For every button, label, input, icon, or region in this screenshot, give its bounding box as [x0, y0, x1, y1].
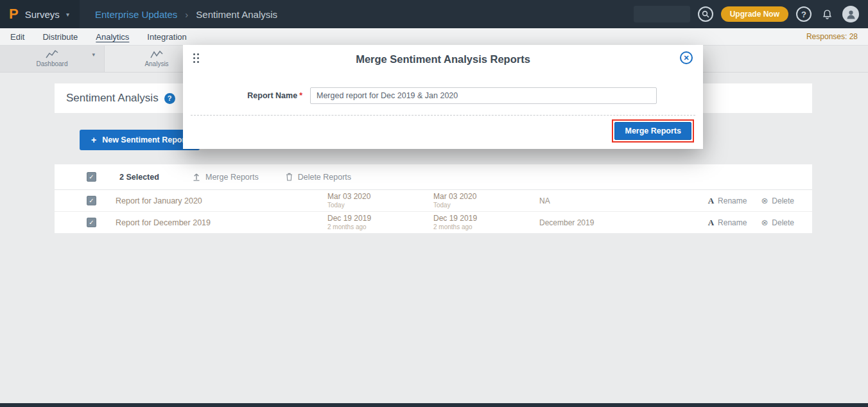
tab-analytics[interactable]: Analytics	[96, 32, 129, 42]
new-sentiment-report-button[interactable]: + New Sentiment Report	[80, 130, 200, 150]
created-date: Dec 19 2019	[327, 214, 433, 223]
delete-action[interactable]: ⊗ Delete	[761, 218, 794, 227]
user-avatar[interactable]	[842, 6, 859, 22]
selection-header-row: ✓ 2 Selected Merge Reports Delete Report…	[55, 164, 812, 190]
report-name-label: Report Name*	[183, 91, 302, 100]
toolbar-item-dashboard[interactable]: Dashboard ▾	[0, 46, 105, 72]
notifications-bell-icon[interactable]	[819, 6, 835, 22]
product-name: Surveys	[25, 9, 60, 20]
toolbar-item-label: Analysis	[144, 60, 168, 67]
rename-action[interactable]: A Rename	[708, 196, 747, 206]
drag-handle-icon[interactable]	[193, 53, 200, 64]
row-checkbox[interactable]: ✓	[87, 196, 96, 205]
selected-count: 2 Selected	[119, 173, 166, 182]
rename-icon: A	[708, 218, 714, 228]
analysis-chart-icon	[150, 50, 163, 58]
plus-icon: +	[91, 135, 96, 145]
chevron-down-icon[interactable]: ▾	[92, 51, 95, 58]
merge-reports-button[interactable]: Merge Reports	[614, 122, 691, 140]
delete-action[interactable]: ⊗ Delete	[761, 196, 794, 205]
merge-icon	[193, 173, 200, 181]
delete-label: Delete	[772, 218, 794, 227]
required-marker: *	[299, 91, 302, 100]
page-help-icon[interactable]: ?	[164, 93, 175, 104]
topbar-actions: Upgrade Now ?	[634, 6, 868, 22]
delete-reports-action[interactable]: Delete Reports	[286, 173, 351, 182]
product-switcher[interactable]: P Surveys ▾	[0, 0, 80, 28]
created-date-cell: Mar 03 2020 Today	[327, 193, 433, 209]
breadcrumb: Enterprise Updates › Sentiment Analysis	[95, 9, 277, 20]
modified-date: Mar 03 2020	[433, 193, 539, 202]
report-name-link[interactable]: Report for December 2019	[116, 218, 327, 227]
upgrade-now-button[interactable]: Upgrade Now	[721, 6, 788, 22]
survey-navbar: Edit Distribute Analytics Integration Re…	[0, 28, 868, 46]
row-actions: A Rename ⊗ Delete	[708, 218, 794, 228]
created-date-relative: Today	[327, 202, 433, 209]
chevron-down-icon: ▾	[66, 11, 69, 18]
close-icon[interactable]: ✕	[680, 51, 693, 64]
dashboard-chart-icon	[46, 50, 58, 58]
modal-header: Merge Sentiment Analysis Reports ✕	[183, 45, 703, 73]
topbar: P Surveys ▾ Enterprise Updates › Sentime…	[0, 0, 868, 28]
report-period: December 2019	[539, 218, 697, 227]
rename-icon: A	[708, 196, 714, 206]
merge-reports-modal: Merge Sentiment Analysis Reports ✕ Repor…	[183, 45, 703, 149]
modal-body: Report Name*	[183, 87, 703, 104]
table-row: ✓ Report for January 2020 Mar 03 2020 To…	[55, 190, 812, 212]
report-period: NA	[539, 196, 697, 205]
report-name-label-text: Report Name	[247, 91, 297, 100]
rename-action[interactable]: A Rename	[708, 218, 747, 228]
brand-logo: P	[9, 6, 19, 22]
report-name-input[interactable]	[310, 87, 657, 104]
created-date-relative: 2 months ago	[327, 223, 433, 231]
rename-label: Rename	[718, 196, 747, 205]
breadcrumb-survey-link[interactable]: Enterprise Updates	[95, 9, 177, 20]
merge-reports-action-label: Merge Reports	[205, 173, 259, 182]
tab-distribute[interactable]: Distribute	[42, 32, 78, 42]
modified-date-relative: 2 months ago	[433, 223, 539, 231]
modified-date-relative: Today	[433, 202, 539, 209]
delete-reports-action-label: Delete Reports	[298, 173, 351, 182]
row-checkbox[interactable]: ✓	[87, 218, 96, 227]
reports-table: ✓ 2 Selected Merge Reports Delete Report…	[55, 164, 812, 234]
search-icon[interactable]	[698, 6, 713, 22]
window-bottom-edge	[0, 403, 868, 407]
delete-circle-icon: ⊗	[761, 218, 768, 227]
rename-label: Rename	[718, 218, 747, 227]
created-date: Mar 03 2020	[327, 193, 433, 202]
responses-count: Responses: 28	[806, 32, 858, 41]
table-row: ✓ Report for December 2019 Dec 19 2019 2…	[55, 212, 812, 234]
merge-reports-action[interactable]: Merge Reports	[193, 173, 259, 182]
delete-label: Delete	[772, 196, 794, 205]
tab-edit[interactable]: Edit	[10, 32, 24, 42]
help-icon[interactable]: ?	[796, 6, 812, 22]
new-sentiment-report-label: New Sentiment Report	[102, 135, 187, 144]
breadcrumb-current: Sentiment Analysis	[196, 9, 277, 20]
tab-integration[interactable]: Integration	[147, 32, 186, 42]
modified-date: Dec 19 2019	[433, 214, 539, 223]
report-name-link[interactable]: Report for January 2020	[116, 196, 327, 205]
trash-icon	[286, 173, 293, 181]
annotation-highlight-box: Merge Reports	[612, 119, 694, 143]
created-date-cell: Dec 19 2019 2 months ago	[327, 214, 433, 230]
breadcrumb-separator: ›	[185, 9, 188, 20]
modal-footer: Merge Reports	[183, 116, 703, 143]
select-all-checkbox[interactable]: ✓	[87, 172, 96, 182]
modified-date-cell: Dec 19 2019 2 months ago	[433, 214, 539, 230]
toolbar-item-label: Dashboard	[37, 60, 68, 67]
delete-circle-icon: ⊗	[761, 196, 768, 205]
search-input[interactable]	[634, 6, 690, 22]
page-title: Sentiment Analysis	[66, 92, 159, 105]
modal-title: Merge Sentiment Analysis Reports	[356, 53, 530, 65]
row-actions: A Rename ⊗ Delete	[708, 196, 794, 206]
modified-date-cell: Mar 03 2020 Today	[433, 193, 539, 209]
